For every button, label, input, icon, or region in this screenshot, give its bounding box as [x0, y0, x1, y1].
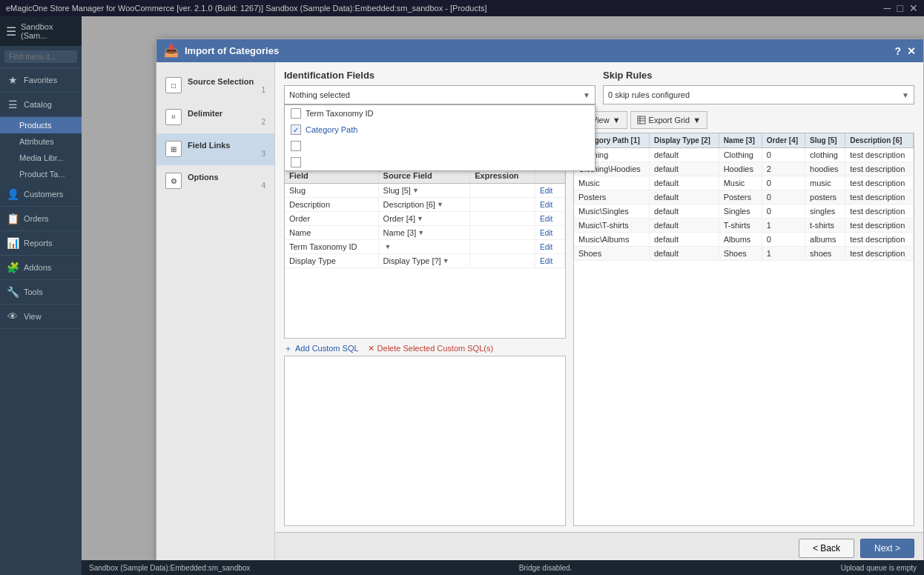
sidebar-item-attributes[interactable]: Attributes [0, 133, 82, 150]
dropdown-item-category-path[interactable]: ✓ Category Path [285, 122, 595, 138]
skip-rules-dropdown[interactable]: 0 skip rules configured ▼ [603, 85, 914, 104]
table-row[interactable]: Music\T-shirtsdefaultT-shirts1t-shirtste… [574, 219, 914, 233]
grid-column-header: Description [6] [845, 133, 914, 148]
field-cell: Order [285, 212, 378, 226]
edit-cell[interactable]: Edit [535, 254, 565, 268]
wizard-step-source[interactable]: □ Source Selection 1 [156, 70, 274, 102]
grid-cell: test description [845, 233, 914, 247]
dropdown-item-extra2[interactable] [285, 154, 595, 170]
edit-cell[interactable]: Edit [535, 226, 565, 240]
source-field-cell[interactable]: Slug [5] ▼ [378, 184, 470, 198]
add-custom-sql-btn[interactable]: ＋ Add Custom SQL [284, 343, 359, 354]
expression-cell [470, 212, 535, 226]
table-row[interactable]: Clothing\HoodiesdefaultHoodies2hoodieste… [574, 162, 914, 176]
dropdown-item-extra1[interactable] [285, 138, 595, 154]
table-row[interactable]: ShoesdefaultShoes1shoestest description [574, 247, 914, 261]
expression-cell [470, 184, 535, 198]
grid-cell: 0 [762, 190, 805, 205]
delete-custom-sql-btn[interactable]: ✕ Delete Selected Custom SQL(s) [368, 343, 494, 354]
close-btn[interactable]: ✕ [909, 2, 918, 14]
export-grid-btn[interactable]: Export Grid ▼ [630, 111, 708, 129]
dialog-help-btn[interactable]: ? [894, 45, 901, 57]
next-button[interactable]: Next > [860, 539, 914, 558]
svg-rect-8 [638, 116, 645, 124]
data-grid[interactable]: Category Path [1]Display Type [2]Name [3… [573, 133, 914, 526]
wizard-step-field-links[interactable]: ⊞ Field Links 3 [156, 133, 274, 165]
grid-cell: music [805, 176, 845, 190]
source-field-cell[interactable]: Description [6] ▼ [378, 198, 470, 212]
table-row[interactable]: ClothingdefaultClothing0clothingtest des… [574, 148, 914, 162]
edit-cell[interactable]: Edit [535, 212, 565, 226]
sidebar-item-addons[interactable]: 🧩 Addons [0, 256, 82, 280]
hamburger-icon[interactable]: ☰ [6, 24, 16, 39]
sidebar-item-view[interactable]: 👁 View [0, 305, 82, 329]
star-icon: ★ [6, 74, 19, 86]
grid-cell: Music\Singles [574, 205, 649, 219]
data-grid-panel: View ▼ [573, 110, 914, 526]
fieldlinks-step-icon: ⊞ [165, 141, 182, 157]
dialog-body: □ Source Selection 1 ⌗ Delimiter 2 [156, 62, 923, 564]
export-dropdown-icon: ▼ [693, 116, 701, 124]
sidebar-item-favorites[interactable]: ★ Favorites [0, 68, 82, 93]
source-field-cell[interactable]: ▼ [378, 240, 470, 254]
extra-checkbox2[interactable] [291, 157, 301, 167]
search-input[interactable] [4, 50, 77, 63]
sidebar-item-customers[interactable]: 👤 Customers [0, 182, 82, 207]
sidebar-item-media[interactable]: Media Libr... [0, 150, 82, 166]
view-icon: 👁 [6, 310, 19, 322]
back-button[interactable]: < Back [799, 539, 854, 558]
maximize-btn[interactable]: □ [897, 2, 903, 14]
table-row[interactable]: Music\AlbumsdefaultAlbums0albumstest des… [574, 233, 914, 247]
app-title: eMagicOne Store Manager for WooCommerce … [6, 4, 487, 13]
source-field-cell[interactable]: Order [4] ▼ [378, 212, 470, 226]
sidebar-item-label: Reports [24, 239, 53, 247]
dropdown-item-term-taxonomy[interactable]: Term Taxonomy ID [285, 105, 595, 122]
identification-dropdown[interactable]: Nothing selected ▼ [284, 85, 595, 104]
edit-cell[interactable]: Edit [535, 184, 565, 198]
sidebar-item-tools[interactable]: 🔧 Tools [0, 280, 82, 305]
wizard-step-delimiter[interactable]: ⌗ Delimiter 2 [156, 102, 274, 133]
skip-rules-section: Skip Rules 0 skip rules configured ▼ [603, 70, 914, 104]
term-taxonomy-checkbox[interactable] [291, 108, 301, 119]
sidebar-products-label: Products [19, 121, 51, 130]
status-bar: Sandbox (Sample Data):Embedded:sm_sandbo… [82, 560, 924, 575]
grid-column-header: Name [3] [719, 133, 762, 148]
sidebar-productTA-label: Product Ta... [19, 170, 65, 179]
minimize-btn[interactable]: ─ [884, 2, 891, 14]
source-field-cell[interactable]: Display Type [?] ▼ [378, 254, 470, 268]
sidebar-item-reports[interactable]: 📊 Reports [0, 231, 82, 256]
step-number: 2 [188, 118, 265, 126]
expression-cell [470, 226, 535, 240]
extra-checkbox1[interactable] [291, 141, 301, 151]
edit-cell[interactable]: Edit [535, 240, 565, 254]
edit-cell[interactable]: Edit [535, 198, 565, 212]
field-cell: Term Taxonomy ID [285, 240, 378, 254]
term-taxonomy-label: Term Taxonomy ID [306, 109, 374, 118]
field-links-table[interactable]: Field Source Field Expression Slug [284, 167, 566, 339]
step-content: Options 4 [188, 173, 265, 190]
source-field-cell[interactable]: Name [3] ▼ [378, 226, 470, 240]
sidebar-item-catalog[interactable]: ☰ Catalog [0, 93, 82, 117]
table-row[interactable]: PostersdefaultPosters0posterstest descri… [574, 190, 914, 205]
status-center: Bridge disabled. [519, 564, 572, 572]
grid-cell: 1 [762, 247, 805, 261]
grid-cell: default [649, 190, 719, 205]
step-name: Field Links [188, 141, 265, 150]
top-panels: Identification Fields Nothing selected ▼ [275, 62, 923, 104]
sidebar-item-label: Favorites [24, 76, 57, 84]
skip-rules-value: 0 skip rules configured [608, 90, 690, 99]
grid-cell: test description [845, 190, 914, 205]
expression-cell [470, 198, 535, 212]
grid-cell: posters [805, 190, 845, 205]
category-path-checkbox[interactable]: ✓ [291, 124, 301, 135]
dialog-close-btn[interactable]: ✕ [907, 45, 916, 57]
sidebar-item-label: Tools [24, 288, 43, 296]
sidebar-item-product-ta[interactable]: Product Ta... [0, 166, 82, 182]
sidebar-item-orders[interactable]: 📋 Orders [0, 207, 82, 231]
table-row[interactable]: Music\SinglesdefaultSingles0singlestest … [574, 205, 914, 219]
sidebar-search-area [0, 46, 82, 68]
identification-section: Identification Fields Nothing selected ▼ [284, 70, 595, 104]
table-row[interactable]: MusicdefaultMusic0musictest description [574, 176, 914, 190]
wizard-step-options[interactable]: ⚙ Options 4 [156, 165, 274, 197]
sidebar-item-products[interactable]: Products [0, 117, 82, 133]
